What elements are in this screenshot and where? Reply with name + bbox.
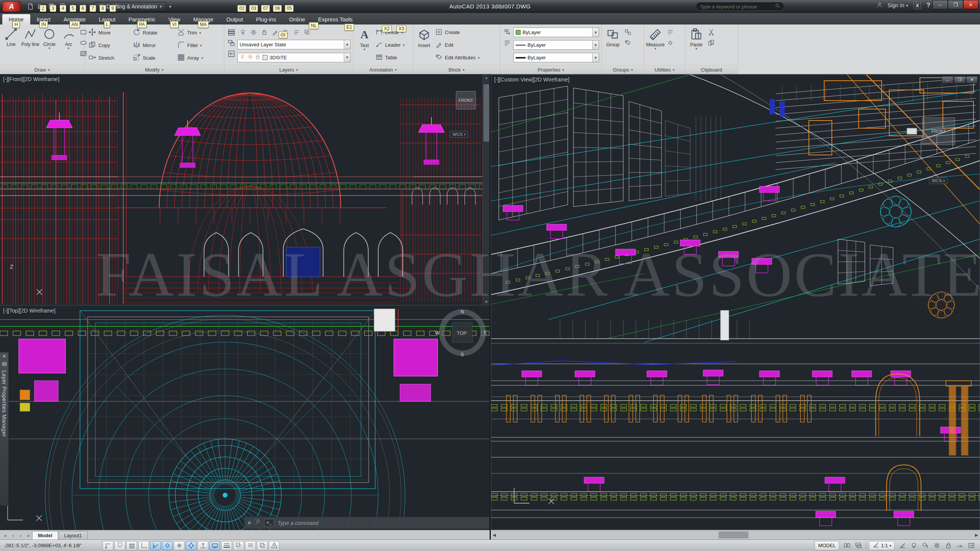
customize-wrench-icon[interactable] [255, 519, 261, 527]
scroll-right-arrow[interactable]: ▶ [973, 531, 980, 538]
infer-constraints-toggle[interactable] [103, 541, 113, 550]
tab-layout[interactable]: LayoutL [92, 14, 122, 24]
chevron-down-icon[interactable]: ▼ [592, 53, 599, 62]
scrollbar-thumb[interactable] [719, 531, 748, 538]
front-viewport-canvas[interactable]: Z [0, 74, 490, 305]
front-viewport-scrollbar[interactable]: ▲ ▼ [482, 74, 490, 305]
tab-view[interactable]: ViewVI [162, 14, 187, 24]
help-search[interactable] [696, 2, 784, 11]
tab-insert[interactable]: InsertIN [30, 14, 57, 24]
next-tab-button[interactable]: › [17, 532, 24, 540]
ducs-toggle[interactable] [198, 541, 208, 550]
panel-title-modify[interactable]: Modify▾ [85, 65, 224, 74]
layer-tool-sun[interactable] [249, 28, 258, 36]
model-space-button[interactable]: MODEL [815, 541, 839, 550]
scroll-down-arrow[interactable]: ▼ [483, 298, 490, 305]
wcs-menu[interactable]: WCS▾ [450, 131, 468, 138]
right-window-hscrollbar[interactable]: ◀ ▶ [491, 530, 980, 540]
command-input[interactable]: Type a command [278, 520, 318, 526]
polar-toggle[interactable] [150, 541, 161, 550]
tab-express-tools[interactable]: Express Tools [312, 14, 359, 24]
viewport-label-right[interactable]: [-][Custom View][2D Wireframe] [494, 77, 570, 83]
array-button[interactable]: Array▾ [176, 52, 221, 64]
chevron-down-icon[interactable]: ▼ [344, 40, 350, 49]
circle-button[interactable]: Circle▾ [40, 26, 59, 64]
quick-properties-toggle[interactable] [245, 541, 256, 550]
layer-color-swatch[interactable] [263, 55, 268, 60]
layer-state-combo[interactable]: Unsaved Layer State ▼ [237, 40, 351, 49]
poly-line-button[interactable]: Poly line [21, 26, 40, 64]
qat-new-button[interactable] [25, 2, 35, 11]
layer-properties-palette-tab[interactable]: ✕ Layer Properties Manager [0, 352, 9, 506]
text-button[interactable]: AText▾ [355, 26, 374, 64]
properties-tool-listico[interactable] [503, 39, 512, 47]
group-tool-editattr[interactable] [623, 39, 632, 47]
prev-tab-button[interactable]: ‹ [9, 532, 17, 540]
panel-title-draw[interactable]: Draw▾ [0, 65, 84, 74]
scale-button[interactable]: Scale [132, 52, 176, 64]
panel-title-clipboard[interactable]: Clipboard [685, 65, 738, 74]
panel-title-utilities[interactable]: Utilities▾ [644, 65, 685, 74]
last-tab-button[interactable]: » [24, 532, 32, 540]
tab-output[interactable]: Output [220, 14, 250, 24]
tab-plug-ins[interactable]: Plug-ins [250, 14, 283, 24]
layer-on-icon[interactable] [240, 54, 245, 61]
edit-button[interactable]: Edit [434, 39, 498, 51]
osnap-toggle[interactable] [162, 541, 173, 550]
palette-close-icon[interactable]: ✕ [2, 354, 6, 359]
sign-in-button[interactable]: Sign In▾ [888, 2, 908, 8]
tab-manage[interactable]: ManageMA [187, 14, 220, 24]
create-button[interactable]: Create [434, 27, 498, 38]
snap-toggle[interactable] [114, 541, 125, 550]
top-viewport-canvas[interactable]: TOPNWSE [0, 306, 490, 530]
search-input[interactable] [700, 4, 772, 10]
help-button[interactable]: ? [926, 2, 930, 9]
scrollbar-thumb[interactable] [483, 84, 489, 142]
panel-title-groups[interactable]: Groups▾ [602, 65, 644, 74]
command-close-icon[interactable]: ✕ [247, 520, 252, 526]
perf-button[interactable] [955, 541, 965, 550]
insert-button[interactable]: Insert [415, 26, 434, 64]
linetype-combo[interactable]: ByLayer ▼ [513, 40, 599, 50]
layermatch-button[interactable] [227, 39, 236, 47]
object-color-combo[interactable]: ByLayer ▼ [513, 28, 599, 37]
chevron-down-icon[interactable]: ▼ [344, 53, 350, 62]
front-viewport[interactable]: Z [-][Front][2D Wireframe] FRONT WCS▾ ▲ … [0, 74, 490, 305]
layer-tool-bulb[interactable] [238, 28, 247, 36]
layerprev-button[interactable] [227, 49, 236, 58]
arc-button[interactable]: Arc▾ [59, 26, 78, 64]
exchange-apps-button[interactable]: X [913, 2, 921, 9]
group-button[interactable]: Group [603, 26, 622, 64]
viewport-label-top[interactable]: [-][Top][2D Wireframe] [3, 308, 56, 314]
qat-overflow-button[interactable]: ▾ [169, 4, 172, 9]
panel-title-properties[interactable]: Properties▾ [500, 65, 601, 74]
layer-tool-edit[interactable] [270, 28, 279, 36]
viewport-label-front[interactable]: [-][Front][2D Wireframe] [3, 76, 59, 82]
right-viewport-canvas[interactable] [491, 75, 980, 530]
lineweight-combo[interactable]: ByLayer ▼ [513, 53, 599, 62]
tab-model[interactable]: Model [32, 531, 58, 540]
line-button[interactable]: Line [2, 26, 21, 64]
child-close-button[interactable]: ✕ [966, 76, 978, 83]
utility-tool-osnap[interactable] [666, 39, 675, 47]
search-icon[interactable] [775, 3, 780, 10]
lock-button[interactable] [943, 541, 953, 550]
tab-online[interactable]: Online [283, 14, 312, 24]
otrack-toggle[interactable] [186, 541, 196, 550]
edit-attributes-button[interactable]: Edit Attributes▾ [434, 52, 498, 64]
child-minimize-button[interactable]: – [942, 76, 953, 83]
quick-view-qvl-button[interactable] [842, 541, 852, 550]
dyn-toggle[interactable] [209, 541, 220, 550]
properties-tool-matchprops[interactable] [503, 28, 512, 36]
annscale-button[interactable] [897, 541, 907, 550]
layer-combo[interactable]: 3DSITE ▼ [237, 53, 351, 62]
transparency-toggle[interactable] [233, 541, 244, 550]
fillet-button[interactable]: Fillet▾ [176, 40, 221, 51]
panel-title-block[interactable]: Block▾ [413, 65, 500, 74]
child-restore-button[interactable]: ❐ [954, 76, 965, 83]
mirror-button[interactable]: Mirror [132, 40, 176, 51]
tab-layout1[interactable]: Layout1 [59, 531, 88, 540]
application-menu-button[interactable]: A [2, 1, 21, 12]
copy-button[interactable]: Copy [88, 40, 132, 51]
lwt-toggle[interactable] [221, 541, 232, 550]
